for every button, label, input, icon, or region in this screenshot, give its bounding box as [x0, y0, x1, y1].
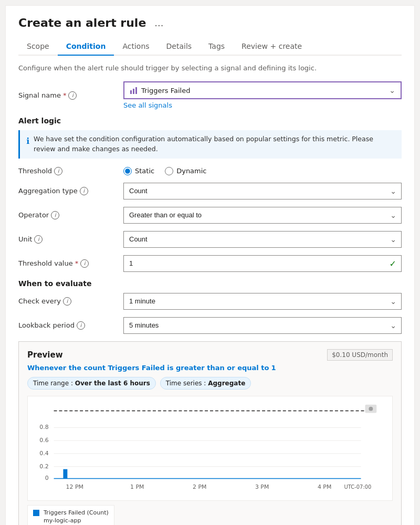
aggregation-info-icon[interactable]: i: [80, 187, 88, 195]
check-every-control: 1 minute: [123, 293, 402, 310]
svg-text:4 PM: 4 PM: [318, 484, 331, 490]
alert-info-banner: ℹ We have set the condition configuratio…: [18, 130, 402, 159]
operator-row: Operator i Greater than or equal to: [18, 207, 402, 224]
legend-color-swatch: [33, 510, 39, 516]
signal-select-dropdown[interactable]: Triggers Failed ⌄: [123, 81, 402, 99]
tab-review-create[interactable]: Review + create: [233, 38, 310, 56]
check-every-select[interactable]: 1 minute: [123, 293, 402, 310]
aggregation-select[interactable]: Count: [123, 183, 402, 200]
main-container: Create an alert rule ... Scope Condition…: [5, 5, 415, 525]
page-header: Create an alert rule ...: [18, 16, 402, 29]
svg-text:3 PM: 3 PM: [255, 484, 269, 490]
threshold-value-row: Threshold value * i ✓: [18, 255, 402, 272]
svg-text:UTC-07:00: UTC-07:00: [344, 484, 372, 490]
threshold-value-wrapper: ✓: [123, 255, 402, 272]
preview-tags: Time range : Over the last 6 hours Time …: [27, 377, 393, 390]
threshold-info-icon[interactable]: i: [54, 167, 62, 175]
lookback-control: 5 minutes: [123, 317, 402, 334]
signal-select-control: Triggers Failed ⌄ See all signals: [123, 81, 402, 109]
svg-rect-1: [133, 89, 134, 94]
aggregation-label: Aggregation type i: [18, 187, 123, 195]
legend-resource-name: my-logic-app: [44, 517, 109, 524]
svg-text:0.2: 0.2: [39, 463, 48, 469]
lookback-select[interactable]: 5 minutes: [123, 317, 402, 334]
threshold-dynamic-radio-label[interactable]: Dynamic: [165, 167, 206, 175]
unit-control: Count: [123, 231, 402, 248]
check-every-info-icon[interactable]: i: [63, 297, 71, 306]
threshold-dynamic-label: Dynamic: [176, 167, 206, 175]
lookback-select-wrapper: 5 minutes: [123, 317, 402, 334]
unit-select[interactable]: Count: [123, 231, 402, 248]
svg-rect-2: [135, 87, 137, 94]
threshold-row: Threshold i Static Dynamic: [18, 167, 402, 175]
threshold-dynamic-radio[interactable]: [165, 167, 173, 175]
time-range-tag-value: Over the last 6 hours: [75, 380, 150, 387]
threshold-label: Threshold i: [18, 167, 123, 175]
signal-chevron-icon: ⌄: [389, 86, 395, 94]
aggregation-control: Count: [123, 183, 402, 200]
svg-text:2 PM: 2 PM: [193, 484, 206, 490]
chart-legend: Triggers Failed (Count) my-logic-app 0: [27, 505, 114, 526]
aggregation-row: Aggregation type i Count: [18, 183, 402, 200]
lookback-label: Lookback period i: [18, 321, 123, 330]
threshold-value-required-star: *: [75, 259, 79, 267]
tab-condition[interactable]: Condition: [58, 38, 114, 56]
threshold-control: Static Dynamic: [123, 167, 402, 175]
operator-control: Greater than or equal to: [123, 207, 402, 224]
threshold-static-radio[interactable]: [123, 167, 132, 175]
unit-label: Unit i: [18, 235, 123, 244]
svg-text:1 PM: 1 PM: [130, 484, 144, 490]
svg-text:0.6: 0.6: [39, 437, 48, 444]
time-range-tag[interactable]: Time range : Over the last 6 hours: [27, 377, 156, 390]
svg-point-23: [369, 406, 373, 411]
tab-scope[interactable]: Scope: [18, 38, 58, 56]
svg-rect-0: [130, 90, 132, 94]
preview-chart: 0.8 0.6 0.4 0.2 0 12 PM 1 PM 2 PM 3 PM 4…: [27, 396, 393, 501]
preview-description: Whenever the count Triggers Failed is gr…: [27, 364, 393, 372]
unit-row: Unit i Count: [18, 231, 402, 248]
unit-select-wrapper: Count: [123, 231, 402, 248]
lookback-info-icon[interactable]: i: [77, 321, 85, 330]
operator-select-wrapper: Greater than or equal to: [123, 207, 402, 224]
svg-text:12 PM: 12 PM: [66, 484, 83, 490]
threshold-value-label: Threshold value * i: [18, 259, 123, 268]
nav-tabs: Scope Condition Actions Details Tags Rev…: [18, 38, 402, 56]
aggregation-select-wrapper: Count: [123, 183, 402, 200]
operator-label: Operator i: [18, 211, 123, 219]
preview-header: Preview $0.10 USD/month: [27, 349, 393, 361]
alert-logic-title: Alert logic: [18, 117, 402, 125]
threshold-radio-group: Static Dynamic: [123, 167, 402, 175]
operator-select[interactable]: Greater than or equal to: [123, 207, 402, 224]
operator-info-icon[interactable]: i: [51, 211, 59, 219]
threshold-check-icon: ✓: [390, 258, 396, 268]
chart-svg: 0.8 0.6 0.4 0.2 0 12 PM 1 PM 2 PM 3 PM 4…: [28, 396, 392, 500]
cost-badge: $0.10 USD/month: [327, 349, 393, 361]
time-range-tag-label: Time range :: [33, 380, 73, 387]
tab-actions[interactable]: Actions: [114, 38, 158, 56]
info-banner-icon: ℹ: [26, 135, 29, 154]
signal-info-icon[interactable]: i: [68, 91, 77, 100]
see-all-signals-link[interactable]: See all signals: [123, 101, 402, 109]
time-series-tag-label: Time series :: [166, 380, 206, 387]
tab-details[interactable]: Details: [158, 38, 201, 56]
threshold-value-info-icon[interactable]: i: [80, 259, 89, 268]
time-series-tag-value: Aggregate: [208, 380, 245, 387]
check-every-select-wrapper: 1 minute: [123, 293, 402, 310]
preview-box: Preview $0.10 USD/month Whenever the cou…: [18, 341, 402, 526]
threshold-value-input[interactable]: [123, 255, 402, 272]
check-every-label: Check every i: [18, 297, 123, 306]
ellipsis-button[interactable]: ...: [151, 16, 166, 29]
signal-name-label: Signal name * i: [18, 91, 123, 100]
alert-info-text: We have set the condition configuration …: [34, 134, 395, 154]
unit-info-icon[interactable]: i: [34, 235, 43, 244]
signal-chart-icon: [130, 86, 138, 94]
page-title: Create an alert rule: [18, 16, 146, 29]
signal-value-text: Triggers Failed: [141, 87, 190, 94]
tab-tags[interactable]: Tags: [200, 38, 233, 56]
threshold-value-control: ✓: [123, 255, 402, 272]
threshold-static-radio-label[interactable]: Static: [123, 167, 154, 175]
time-series-tag[interactable]: Time series : Aggregate: [160, 377, 251, 390]
svg-text:0.4: 0.4: [39, 449, 48, 456]
condition-description: Configure when the alert rule should tri…: [18, 64, 402, 72]
preview-desc-value: 1: [271, 364, 276, 372]
